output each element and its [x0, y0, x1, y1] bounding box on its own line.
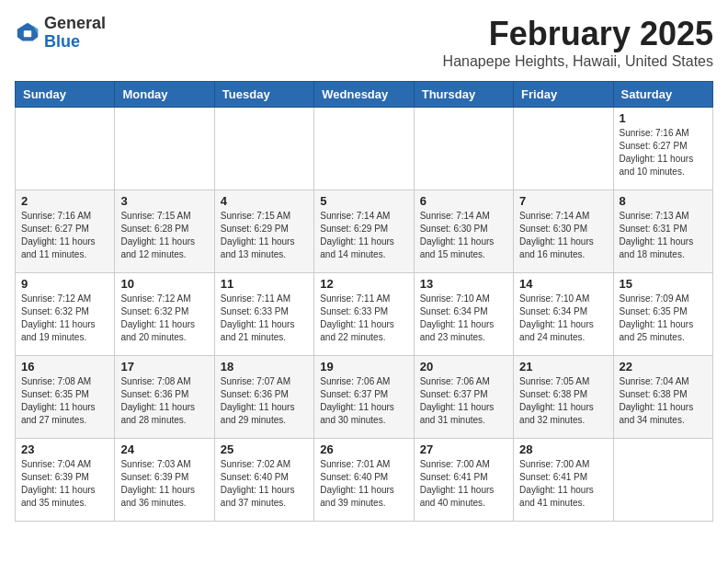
- day-number: 15: [620, 277, 707, 291]
- calendar-cell: [414, 108, 513, 190]
- calendar-cell: 15Sunrise: 7:09 AM Sunset: 6:35 PM Dayli…: [613, 273, 712, 356]
- calendar-cell: 20Sunrise: 7:06 AM Sunset: 6:37 PM Dayli…: [414, 356, 513, 439]
- calendar-cell: 1Sunrise: 7:16 AM Sunset: 6:27 PM Daylig…: [613, 108, 712, 190]
- calendar-cell: 22Sunrise: 7:04 AM Sunset: 6:38 PM Dayli…: [613, 356, 712, 439]
- weekday-header-friday: Friday: [514, 82, 613, 108]
- calendar-cell: 16Sunrise: 7:08 AM Sunset: 6:35 PM Dayli…: [16, 356, 115, 439]
- day-number: 21: [519, 360, 607, 373]
- day-info: Sunrise: 7:08 AM Sunset: 6:35 PM Dayligh…: [21, 375, 108, 427]
- day-info: Sunrise: 7:02 AM Sunset: 6:40 PM Dayligh…: [221, 458, 308, 510]
- calendar-cell: 4Sunrise: 7:15 AM Sunset: 6:29 PM Daylig…: [214, 190, 313, 273]
- day-number: 16: [21, 360, 108, 373]
- page-header: General Blue February 2025 Hanapepe Heig…: [15, 15, 713, 70]
- day-info: Sunrise: 7:13 AM Sunset: 6:31 PM Dayligh…: [620, 210, 707, 261]
- logo-icon: [15, 20, 40, 46]
- day-number: 27: [420, 442, 507, 456]
- day-number: 25: [221, 442, 308, 456]
- calendar-cell: [115, 108, 214, 190]
- calendar-cell: [314, 108, 414, 190]
- day-info: Sunrise: 7:15 AM Sunset: 6:28 PM Dayligh…: [120, 210, 208, 261]
- day-number: 28: [519, 442, 607, 456]
- weekday-header-tuesday: Tuesday: [214, 82, 313, 108]
- calendar-cell: 10Sunrise: 7:12 AM Sunset: 6:32 PM Dayli…: [115, 273, 214, 356]
- week-row-5: 23Sunrise: 7:04 AM Sunset: 6:39 PM Dayli…: [16, 439, 713, 522]
- day-info: Sunrise: 7:00 AM Sunset: 6:41 PM Dayligh…: [519, 458, 607, 510]
- day-number: 14: [519, 277, 607, 291]
- day-number: 8: [620, 194, 707, 208]
- day-number: 10: [120, 277, 208, 291]
- location-text: Hanapepe Heights, Hawaii, United States: [443, 53, 713, 70]
- calendar-cell: 14Sunrise: 7:10 AM Sunset: 6:34 PM Dayli…: [514, 273, 613, 356]
- calendar-cell: 26Sunrise: 7:01 AM Sunset: 6:40 PM Dayli…: [314, 439, 414, 522]
- day-info: Sunrise: 7:04 AM Sunset: 6:38 PM Dayligh…: [620, 375, 707, 427]
- day-number: 26: [320, 442, 407, 456]
- day-info: Sunrise: 7:16 AM Sunset: 6:27 PM Dayligh…: [21, 210, 108, 261]
- day-info: Sunrise: 7:06 AM Sunset: 6:37 PM Dayligh…: [320, 375, 407, 427]
- day-info: Sunrise: 7:14 AM Sunset: 6:29 PM Dayligh…: [320, 210, 407, 261]
- calendar-cell: 23Sunrise: 7:04 AM Sunset: 6:39 PM Dayli…: [16, 439, 115, 522]
- day-info: Sunrise: 7:10 AM Sunset: 6:34 PM Dayligh…: [519, 293, 607, 344]
- calendar-cell: 11Sunrise: 7:11 AM Sunset: 6:33 PM Dayli…: [214, 273, 313, 356]
- day-info: Sunrise: 7:04 AM Sunset: 6:39 PM Dayligh…: [21, 458, 108, 510]
- weekday-header-row: SundayMondayTuesdayWednesdayThursdayFrid…: [16, 82, 713, 108]
- week-row-1: 1Sunrise: 7:16 AM Sunset: 6:27 PM Daylig…: [16, 108, 713, 190]
- calendar-cell: [613, 439, 712, 522]
- day-info: Sunrise: 7:03 AM Sunset: 6:39 PM Dayligh…: [120, 458, 208, 510]
- day-info: Sunrise: 7:14 AM Sunset: 6:30 PM Dayligh…: [519, 210, 607, 261]
- calendar-cell: 27Sunrise: 7:00 AM Sunset: 6:41 PM Dayli…: [414, 439, 513, 522]
- day-number: 3: [120, 194, 208, 208]
- day-info: Sunrise: 7:06 AM Sunset: 6:37 PM Dayligh…: [420, 375, 507, 427]
- day-number: 17: [120, 360, 208, 373]
- title-block: February 2025 Hanapepe Heights, Hawaii, …: [443, 15, 713, 70]
- day-number: 22: [620, 360, 707, 373]
- day-number: 1: [620, 111, 707, 125]
- day-info: Sunrise: 7:12 AM Sunset: 6:32 PM Dayligh…: [120, 293, 208, 344]
- day-number: 5: [320, 194, 407, 208]
- weekday-header-saturday: Saturday: [613, 82, 712, 108]
- calendar-cell: [514, 108, 613, 190]
- calendar-cell: 6Sunrise: 7:14 AM Sunset: 6:30 PM Daylig…: [414, 190, 513, 273]
- day-number: 11: [221, 277, 308, 291]
- calendar-cell: 18Sunrise: 7:07 AM Sunset: 6:36 PM Dayli…: [214, 356, 313, 439]
- day-number: 12: [320, 277, 407, 291]
- calendar-cell: [16, 108, 115, 190]
- day-info: Sunrise: 7:11 AM Sunset: 6:33 PM Dayligh…: [221, 293, 308, 344]
- calendar-cell: 17Sunrise: 7:08 AM Sunset: 6:36 PM Dayli…: [115, 356, 214, 439]
- day-info: Sunrise: 7:05 AM Sunset: 6:38 PM Dayligh…: [519, 375, 607, 427]
- day-number: 4: [221, 194, 308, 208]
- logo: General Blue: [15, 15, 106, 52]
- day-info: Sunrise: 7:10 AM Sunset: 6:34 PM Dayligh…: [420, 293, 507, 344]
- calendar-cell: 8Sunrise: 7:13 AM Sunset: 6:31 PM Daylig…: [613, 190, 712, 273]
- day-info: Sunrise: 7:08 AM Sunset: 6:36 PM Dayligh…: [120, 375, 208, 427]
- day-number: 9: [21, 277, 108, 291]
- week-row-3: 9Sunrise: 7:12 AM Sunset: 6:32 PM Daylig…: [16, 273, 713, 356]
- day-number: 24: [120, 442, 208, 456]
- calendar-cell: 2Sunrise: 7:16 AM Sunset: 6:27 PM Daylig…: [16, 190, 115, 273]
- day-info: Sunrise: 7:07 AM Sunset: 6:36 PM Dayligh…: [221, 375, 308, 427]
- calendar-cell: 28Sunrise: 7:00 AM Sunset: 6:41 PM Dayli…: [514, 439, 613, 522]
- month-title: February 2025: [443, 15, 713, 53]
- day-info: Sunrise: 7:09 AM Sunset: 6:35 PM Dayligh…: [620, 293, 707, 344]
- day-number: 20: [420, 360, 507, 373]
- calendar-cell: 25Sunrise: 7:02 AM Sunset: 6:40 PM Dayli…: [214, 439, 313, 522]
- calendar-cell: 5Sunrise: 7:14 AM Sunset: 6:29 PM Daylig…: [314, 190, 414, 273]
- day-number: 13: [420, 277, 507, 291]
- day-info: Sunrise: 7:11 AM Sunset: 6:33 PM Dayligh…: [320, 293, 407, 344]
- calendar-cell: 21Sunrise: 7:05 AM Sunset: 6:38 PM Dayli…: [514, 356, 613, 439]
- svg-rect-2: [24, 30, 31, 37]
- day-number: 23: [21, 442, 108, 456]
- calendar-cell: 3Sunrise: 7:15 AM Sunset: 6:28 PM Daylig…: [115, 190, 214, 273]
- day-number: 19: [320, 360, 407, 373]
- day-number: 7: [519, 194, 607, 208]
- calendar-cell: 24Sunrise: 7:03 AM Sunset: 6:39 PM Dayli…: [115, 439, 214, 522]
- calendar-cell: 12Sunrise: 7:11 AM Sunset: 6:33 PM Dayli…: [314, 273, 414, 356]
- calendar-cell: 13Sunrise: 7:10 AM Sunset: 6:34 PM Dayli…: [414, 273, 513, 356]
- weekday-header-wednesday: Wednesday: [314, 82, 414, 108]
- weekday-header-sunday: Sunday: [16, 82, 115, 108]
- day-number: 2: [21, 194, 108, 208]
- day-number: 18: [221, 360, 308, 373]
- calendar-cell: 19Sunrise: 7:06 AM Sunset: 6:37 PM Dayli…: [314, 356, 414, 439]
- logo-blue-text: Blue: [44, 32, 80, 51]
- day-info: Sunrise: 7:01 AM Sunset: 6:40 PM Dayligh…: [320, 458, 407, 510]
- week-row-4: 16Sunrise: 7:08 AM Sunset: 6:35 PM Dayli…: [16, 356, 713, 439]
